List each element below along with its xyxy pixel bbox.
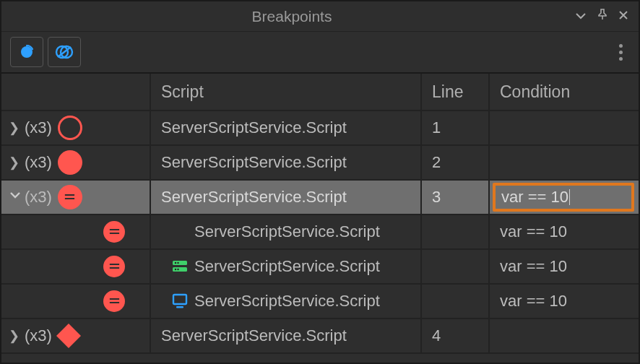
close-icon[interactable] (618, 9, 628, 24)
breakpoint-conditional-icon[interactable] (103, 221, 125, 243)
svg-line-3 (58, 47, 71, 57)
script-cell: ServerScriptService.Script (151, 111, 422, 144)
svg-point-6 (175, 262, 176, 264)
svg-point-7 (177, 262, 178, 264)
svg-point-9 (177, 269, 178, 270)
toolbar (1, 32, 639, 74)
svg-point-0 (21, 46, 33, 58)
table-row[interactable]: ServerScriptService.Script var == 10 (1, 215, 639, 250)
table-row[interactable]: ServerScriptService.Script var == 10 (1, 250, 639, 285)
line-cell: 3 (422, 181, 490, 214)
panel-title: Breakpoints (9, 8, 575, 25)
script-name: ServerScriptService.Script (194, 292, 380, 311)
chevron-down-icon[interactable] (9, 188, 23, 205)
go-to-script-button[interactable] (10, 37, 43, 67)
script-cell: ServerScriptService.Script (151, 215, 422, 248)
row-count: (x3) (25, 188, 52, 207)
breakpoint-conditional-icon[interactable] (103, 256, 125, 277)
text-caret-icon (569, 189, 570, 205)
server-icon (171, 259, 189, 274)
client-icon (171, 293, 189, 309)
enable-all-button[interactable] (48, 37, 81, 67)
script-cell: ServerScriptService.Script (151, 146, 422, 179)
script-name: ServerScriptService.Script (194, 257, 380, 276)
tree-cell: (x3) (1, 181, 151, 214)
condition-cell[interactable]: var == 10 (490, 181, 639, 214)
table-row[interactable]: ServerScriptService.Script var == 10 (1, 285, 639, 319)
col-header-line[interactable]: Line (422, 74, 490, 110)
svg-rect-10 (173, 295, 186, 304)
script-cell: ServerScriptService.Script (151, 250, 422, 283)
svg-rect-11 (176, 306, 183, 308)
table-row[interactable]: ❯ (x3) ServerScriptService.Script 1 (1, 111, 639, 146)
tree-cell: ❯ (x3) (1, 146, 151, 179)
table-row[interactable]: ❯ (x3) ServerScriptService.Script 2 (1, 146, 639, 181)
tree-cell (1, 215, 151, 248)
more-options-icon[interactable] (612, 40, 630, 65)
breakpoints-panel: Breakpoints (0, 0, 640, 364)
col-header-condition[interactable]: Condition (490, 74, 639, 110)
breakpoint-conditional-icon[interactable] (103, 290, 125, 312)
line-cell (422, 215, 490, 248)
line-cell: 4 (422, 319, 490, 352)
script-cell: ServerScriptService.Script (151, 285, 422, 318)
condition-cell[interactable] (490, 146, 639, 179)
tree-cell: ❯ (x3) (1, 319, 151, 352)
script-name: ServerScriptService.Script (194, 222, 380, 241)
script-cell: ServerScriptService.Script (151, 319, 422, 352)
col-header-script[interactable]: Script (151, 74, 422, 110)
chevron-right-icon[interactable]: ❯ (9, 328, 23, 344)
condition-cell[interactable]: var == 10 (490, 285, 639, 318)
breakpoint-logpoint-icon[interactable] (56, 324, 81, 348)
condition-cell[interactable] (490, 111, 639, 144)
row-count: (x3) (25, 153, 52, 172)
condition-edit-value: var == 10 (501, 188, 568, 207)
condition-cell[interactable] (490, 319, 639, 352)
pin-icon[interactable] (597, 9, 608, 24)
titlebar: Breakpoints (1, 1, 639, 32)
script-cell: ServerScriptService.Script (151, 181, 422, 214)
table-row[interactable]: ❯ (x3) ServerScriptService.Script 4 (1, 319, 639, 354)
chevron-right-icon[interactable]: ❯ (9, 155, 23, 170)
tree-cell (1, 285, 151, 318)
col-header-tree[interactable] (1, 74, 151, 110)
line-cell (422, 285, 490, 318)
window-dropdown-icon[interactable] (575, 9, 587, 24)
table-row[interactable]: (x3) ServerScriptService.Script 3 var ==… (1, 181, 639, 215)
tree-cell (1, 250, 151, 283)
condition-cell[interactable]: var == 10 (490, 215, 639, 248)
chevron-right-icon[interactable]: ❯ (9, 120, 23, 136)
row-count: (x3) (25, 118, 52, 137)
condition-cell[interactable]: var == 10 (490, 250, 639, 283)
breakpoint-solid-circle-icon[interactable] (58, 150, 82, 175)
tree-cell: ❯ (x3) (1, 111, 151, 144)
breakpoints-table: Script Line Condition ❯ (x3) ServerScrip… (1, 74, 639, 354)
line-cell: 2 (422, 146, 490, 179)
svg-point-8 (175, 269, 176, 270)
breakpoint-conditional-icon[interactable] (58, 185, 82, 209)
line-cell: 1 (422, 111, 490, 144)
condition-edit-input[interactable]: var == 10 (493, 183, 634, 212)
window-controls (575, 9, 631, 24)
line-cell (422, 250, 490, 283)
breakpoint-open-circle-icon[interactable] (58, 116, 82, 140)
row-count: (x3) (25, 326, 52, 345)
table-header-row: Script Line Condition (1, 74, 639, 111)
